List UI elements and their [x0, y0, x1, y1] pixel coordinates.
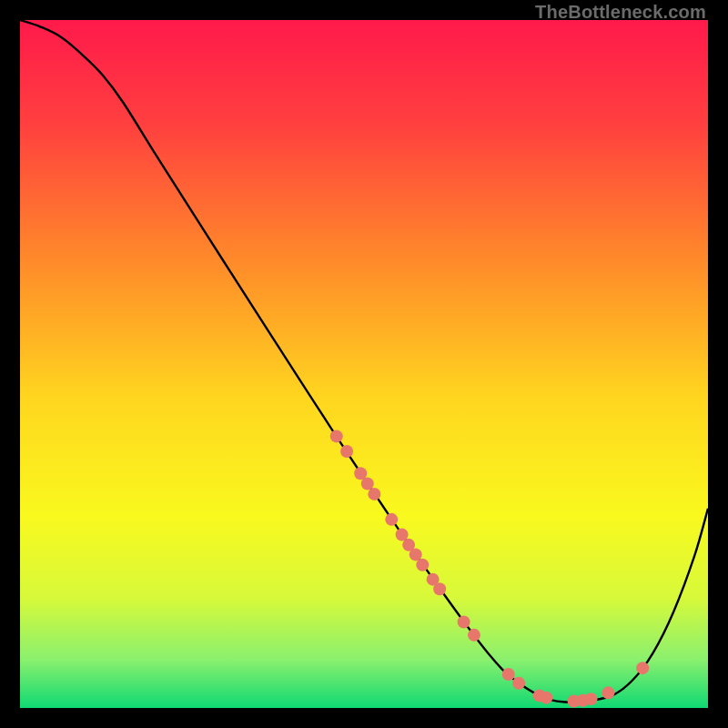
data-point	[330, 430, 343, 442]
data-point	[368, 488, 380, 500]
data-point	[468, 629, 480, 642]
data-point	[385, 513, 398, 526]
watermark-text: TheBottleneck.com	[535, 2, 706, 23]
data-point	[584, 693, 597, 705]
plot-frame	[20, 20, 708, 708]
data-point	[458, 616, 470, 629]
data-point	[602, 686, 614, 699]
data-point	[433, 582, 446, 595]
data-point	[340, 445, 353, 458]
data-point	[540, 692, 552, 704]
data-point	[502, 668, 515, 681]
data-point	[512, 677, 525, 690]
data-point	[416, 559, 429, 571]
chart-background	[20, 20, 708, 708]
bottleneck-chart	[20, 20, 708, 708]
data-point	[636, 662, 649, 674]
